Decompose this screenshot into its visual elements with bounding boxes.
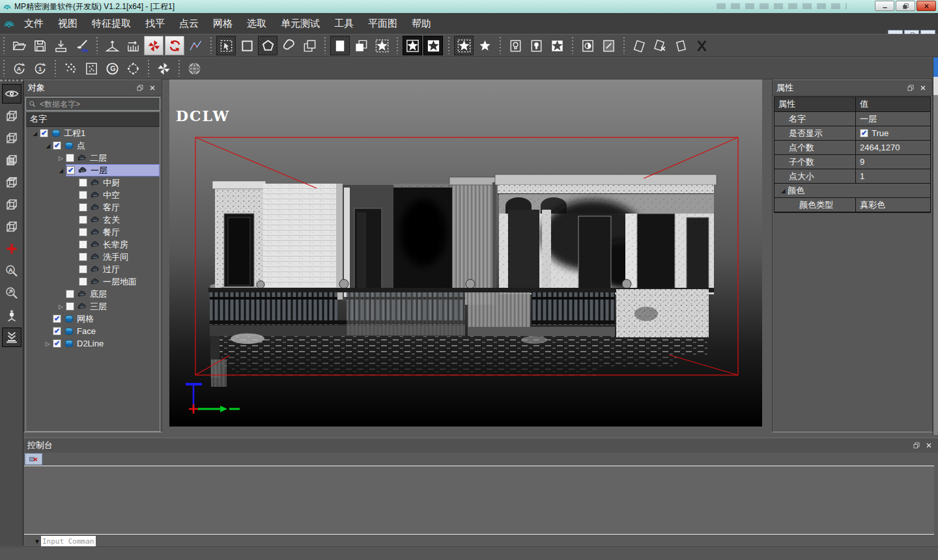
collapsed-arrow-icon[interactable]: ▷ [43, 341, 53, 347]
checkbox-unchecked[interactable] [79, 203, 87, 212]
points-box-button[interactable] [81, 59, 101, 78]
cube-wire-b-button[interactable] [2, 128, 21, 148]
menu-item-1[interactable]: 视图 [51, 16, 85, 31]
plus-red-button[interactable] [2, 239, 21, 259]
checkbox-unchecked[interactable] [79, 253, 87, 261]
cube-face-button[interactable] [2, 150, 21, 170]
globe-button[interactable] [184, 59, 204, 78]
cube-wire-d-button[interactable] [2, 217, 21, 236]
menu-item-2[interactable]: 特征提取 [85, 16, 138, 31]
property-value[interactable]: ✔True [855, 126, 930, 140]
property-row-点大小[interactable]: 点大小1 [775, 169, 930, 184]
tree-row-一层地面[interactable]: 一层地面 [26, 275, 160, 288]
rects-filled-button[interactable] [351, 36, 371, 55]
tree-row-过厅[interactable]: 过厅 [26, 263, 160, 275]
expanded-arrow-icon[interactable]: ◢ [43, 142, 53, 149]
open-folder-button[interactable] [9, 36, 29, 55]
bulb-page-filled-button[interactable] [526, 36, 546, 55]
float-panel-icon[interactable] [905, 83, 916, 92]
property-value[interactable]: 9 [855, 155, 930, 169]
star-filled-button[interactable] [475, 36, 494, 55]
property-value[interactable]: 一层 [855, 112, 930, 126]
right-scrollbar[interactable] [933, 57, 938, 435]
star-dashed-button[interactable] [372, 36, 391, 55]
menu-item-6[interactable]: 选取 [240, 16, 274, 31]
axis-plane-button[interactable] [102, 36, 122, 55]
rect-filled-button[interactable] [330, 36, 350, 55]
chevron-down-icon[interactable]: ▼ [34, 538, 40, 545]
select-rect-button[interactable] [237, 36, 257, 55]
select-polygon-button[interactable] [258, 36, 277, 55]
checkbox-unchecked[interactable] [66, 290, 74, 298]
rot-rect-x-button[interactable] [650, 36, 670, 55]
tree-row-底层[interactable]: 底层 [26, 288, 160, 300]
checkbox-unchecked[interactable] [79, 178, 87, 187]
cross-dark-button[interactable] [692, 36, 711, 55]
rotate-1-button[interactable]: 1 [30, 59, 50, 78]
menu-item-10[interactable]: 帮助 [405, 16, 438, 31]
property-row-颜色[interactable]: ◢颜色 [775, 184, 930, 198]
tree-row-三层[interactable]: ▷三层 [26, 300, 160, 313]
bulb-page-button[interactable] [505, 36, 525, 55]
tree-row-中空[interactable]: 中空 [26, 189, 160, 201]
tripod-button[interactable] [2, 305, 21, 325]
star-dashed-button[interactable] [454, 36, 474, 55]
star-page-button[interactable] [547, 36, 567, 55]
checkbox-unchecked[interactable] [79, 277, 87, 286]
float-panel-icon[interactable] [911, 441, 922, 451]
eye-button[interactable] [2, 84, 21, 104]
property-row-是否显示[interactable]: 是否显示✔True [775, 126, 930, 141]
menu-item-8[interactable]: 工具 [327, 16, 361, 31]
select-lasso-button[interactable] [279, 36, 298, 55]
pinwheel-red-button[interactable] [144, 36, 163, 55]
expanded-arrow-icon[interactable]: ◢ [30, 130, 40, 137]
scrollbar-thumb[interactable] [933, 57, 938, 77]
close-panel-icon[interactable] [924, 441, 934, 451]
rotate-a-button[interactable]: A [9, 59, 29, 78]
checkbox-checked[interactable]: ✔ [860, 129, 868, 137]
cube-wire-c-button[interactable] [2, 195, 21, 214]
clear-console-button[interactable] [25, 453, 42, 465]
menu-item-7[interactable]: 单元测试 [274, 16, 327, 31]
menu-item-3[interactable]: 找平 [138, 16, 172, 31]
circle-points-button[interactable] [123, 59, 143, 78]
cube-top-button[interactable] [2, 173, 21, 192]
checkbox-unchecked[interactable] [79, 265, 87, 273]
star-box-button[interactable] [403, 36, 422, 55]
pinwheel-white-button[interactable] [154, 59, 173, 78]
3d-viewport[interactable]: DCLW [169, 79, 762, 427]
property-row-点个数[interactable]: 点个数2464,1270 [775, 141, 930, 155]
collapsed-arrow-icon[interactable]: ▷ [56, 303, 66, 310]
property-row-颜色类型[interactable]: 颜色类型真彩色 [775, 198, 930, 212]
rot-rect-button[interactable] [629, 36, 649, 55]
tree-row-洗手间[interactable]: 洗手间 [26, 251, 160, 263]
import-button[interactable] [51, 36, 70, 55]
object-search-input[interactable] [38, 99, 158, 109]
ruler-button[interactable] [123, 36, 143, 55]
tree-row-客厅[interactable]: 客厅 [26, 201, 160, 214]
brush-lite-button[interactable]: lite [72, 36, 91, 55]
cube-wire-a-button[interactable] [2, 106, 21, 126]
scatter-points-button[interactable] [61, 59, 80, 78]
property-value[interactable]: 真彩色 [855, 198, 930, 212]
tree-row-D2Line[interactable]: ▷✔D2Line [26, 337, 160, 350]
zoom-arrow-button[interactable] [2, 283, 21, 303]
property-row-名字[interactable]: 名字一层 [775, 112, 930, 126]
menu-item-4[interactable]: 点云 [172, 16, 206, 31]
float-panel-icon[interactable] [135, 83, 145, 92]
checkbox-unchecked[interactable] [66, 154, 74, 162]
checkbox-checked[interactable]: ✔ [66, 166, 75, 175]
checkbox-unchecked[interactable] [79, 191, 87, 199]
menu-item-9[interactable]: 平面图 [361, 16, 405, 31]
checkbox-checked[interactable]: ✔ [53, 327, 61, 335]
checkbox-checked[interactable]: ✔ [53, 315, 61, 323]
maximize-button[interactable] [896, 1, 915, 11]
collapsed-arrow-icon[interactable]: ▷ [56, 155, 66, 161]
menu-item-0[interactable]: 文件 [17, 16, 51, 31]
close-button[interactable] [917, 1, 936, 11]
checkbox-checked[interactable]: ✔ [40, 129, 48, 137]
flatten-button[interactable] [2, 328, 21, 347]
star-inverse-button[interactable] [423, 36, 443, 55]
tree-row-一层[interactable]: ◢✔一层 [26, 164, 160, 176]
checkbox-checked[interactable]: ✔ [53, 339, 61, 348]
